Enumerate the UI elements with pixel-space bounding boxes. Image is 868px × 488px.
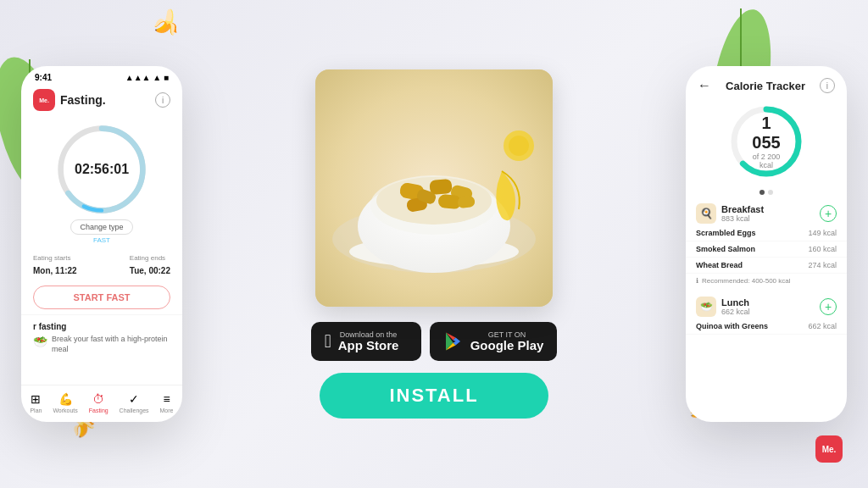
status-bar-left: 9:41 ▲▲▲ ▲ ■ bbox=[21, 66, 182, 86]
nav-fasting[interactable]: ⏱ Fasting bbox=[89, 392, 108, 413]
food-emoji: 🥗 bbox=[33, 335, 47, 348]
fast-label: FAST bbox=[93, 236, 110, 244]
nav-fasting-label: Fasting bbox=[89, 408, 108, 413]
app-store-main-label: App Store bbox=[338, 339, 399, 352]
scrambled-eggs-kcal: 149 kcal bbox=[808, 229, 837, 237]
breakfast-header: 🍳 Breakfast 883 kcal + bbox=[686, 198, 847, 225]
meal-item-smoked-salmon: Smoked Salmon 160 kcal bbox=[686, 241, 847, 258]
lunch-info: Lunch 662 kcal bbox=[721, 297, 750, 316]
calorie-ring-section: 1 055 of 2 200 kcal bbox=[686, 98, 847, 186]
meal-item-scrambled-eggs: Scrambled Eggs 149 kcal bbox=[686, 225, 847, 241]
dots-indicator bbox=[686, 190, 847, 195]
nav-workouts[interactable]: 💪 Workouts bbox=[53, 392, 77, 413]
eating-ends-value: Tue, 00:22 bbox=[130, 266, 170, 275]
more-icon: ≡ bbox=[163, 392, 170, 406]
nav-more[interactable]: ≡ More bbox=[160, 392, 174, 413]
meal-section: 🍳 Breakfast 883 kcal + Scrambled Eggs 14… bbox=[686, 198, 847, 422]
scrambled-eggs-name: Scrambled Eggs bbox=[696, 229, 756, 237]
nav-plan-label: Plan bbox=[30, 408, 42, 413]
lunch-kcal: 662 kcal bbox=[721, 308, 750, 316]
calorie-number: 1 055 bbox=[748, 114, 786, 152]
break-fast-section: r fasting 🥗 Break your fast with a high-… bbox=[21, 314, 182, 361]
timer-ring: 02:56:01 bbox=[55, 123, 148, 216]
eating-starts-value: Mon, 11:22 bbox=[33, 266, 77, 275]
eating-starts: Eating starts Mon, 11:22 bbox=[33, 254, 77, 277]
app-store-button[interactable]:  Download on the App Store bbox=[311, 322, 421, 361]
google-play-text: GET IT ON Google Play bbox=[470, 331, 544, 352]
wheat-bread-kcal: 274 kcal bbox=[808, 261, 837, 269]
eating-starts-label: Eating starts bbox=[33, 254, 77, 262]
breakfast-info: Breakfast 883 kcal bbox=[721, 204, 764, 223]
quinoa-name: Quinoa with Greens bbox=[696, 322, 768, 330]
calorie-header: ← Calorie Tracker i bbox=[686, 66, 847, 98]
info-circle-icon: ℹ bbox=[696, 277, 698, 285]
break-fast-title: r fasting bbox=[33, 322, 170, 331]
main-container: 🍌 🍌 🍌 9:41 ▲▲▲ ▲ ■ Me. Fasting. i bbox=[0, 0, 868, 488]
center-section:  Download on the App Store GET IT ON Go… bbox=[182, 69, 686, 419]
phone-header-left: Me. Fasting. i bbox=[21, 86, 182, 116]
bottom-nav-left: ⊞ Plan 💪 Workouts ⏱ Fasting ✓ Challenges… bbox=[21, 385, 182, 422]
google-play-main-label: Google Play bbox=[470, 339, 544, 352]
recommended-text: Recommended: 400-500 kcal bbox=[702, 277, 791, 285]
break-fast-desc: 🥗 Break your fast with a high-protein me… bbox=[33, 335, 170, 354]
left-phone: 9:41 ▲▲▲ ▲ ■ Me. Fasting. i 02:56:01 bbox=[21, 66, 182, 422]
eating-times: Eating starts Mon, 11:22 Eating ends Tue… bbox=[21, 247, 182, 280]
app-name: Fasting. bbox=[60, 93, 106, 107]
food-photo bbox=[315, 69, 553, 307]
svg-point-21 bbox=[509, 136, 529, 156]
meal-item-quinoa: Quinoa with Greens 662 kcal bbox=[686, 319, 847, 335]
workouts-icon: 💪 bbox=[58, 392, 73, 406]
me-badge: Me. bbox=[815, 435, 843, 463]
calorie-ring: 1 055 of 2 200 kcal bbox=[728, 103, 804, 180]
breakfast-header-row: 🍳 Breakfast 883 kcal bbox=[696, 203, 764, 224]
store-buttons:  Download on the App Store GET IT ON Go… bbox=[311, 322, 558, 361]
breakfast-kcal: 883 kcal bbox=[721, 214, 764, 223]
app-logo: Me. bbox=[33, 89, 55, 111]
status-icons: ▲▲▲ ▲ ■ bbox=[125, 73, 169, 82]
smoked-salmon-kcal: 160 kcal bbox=[808, 245, 837, 253]
smoked-salmon-name: Smoked Salmon bbox=[696, 245, 755, 253]
challenges-icon: ✓ bbox=[129, 392, 139, 406]
nav-more-label: More bbox=[160, 408, 174, 413]
calorie-sub-label: of 2 200 kcal bbox=[748, 152, 786, 169]
right-phone: ← Calorie Tracker i 1 055 of 2 200 kcal bbox=[686, 66, 847, 422]
lunch-header-row: 🥗 Lunch 662 kcal bbox=[696, 297, 750, 317]
plan-icon: ⊞ bbox=[31, 392, 41, 406]
back-button[interactable]: ← bbox=[698, 78, 711, 93]
breakfast-icon: 🍳 bbox=[696, 203, 716, 224]
lunch-name: Lunch bbox=[721, 297, 750, 308]
nav-challenges-label: Challenges bbox=[120, 408, 149, 413]
nav-workouts-label: Workouts bbox=[53, 408, 77, 413]
info-icon-left[interactable]: i bbox=[155, 92, 170, 108]
quinoa-kcal: 662 kcal bbox=[808, 322, 837, 330]
breakfast-name: Breakfast bbox=[721, 204, 764, 214]
google-play-button[interactable]: GET IT ON Google Play bbox=[430, 322, 558, 361]
apple-icon:  bbox=[325, 330, 331, 352]
change-type-button[interactable]: Change type bbox=[70, 219, 132, 235]
lunch-add-button[interactable]: + bbox=[820, 298, 837, 315]
breakfast-add-button[interactable]: + bbox=[820, 205, 837, 222]
info-icon-right[interactable]: i bbox=[820, 78, 835, 93]
google-play-icon bbox=[443, 331, 464, 352]
banana-deco-top-left: 🍌 bbox=[148, 4, 186, 41]
start-fast-button[interactable]: START FAST bbox=[33, 286, 170, 309]
eating-ends: Eating ends Tue, 00:22 bbox=[130, 254, 170, 277]
timer-display: 02:56:01 bbox=[75, 162, 129, 177]
timer-section: 02:56:01 Change type FAST bbox=[21, 116, 182, 247]
break-fast-text: Break your fast with a high-protein meal bbox=[52, 335, 170, 354]
status-time: 9:41 bbox=[35, 73, 52, 82]
app-store-text: Download on the App Store bbox=[338, 331, 399, 352]
recommended-note: ℹ Recommended: 400-500 kcal bbox=[686, 274, 847, 288]
svg-rect-14 bbox=[429, 179, 452, 195]
lunch-icon: 🥗 bbox=[696, 297, 716, 317]
meal-item-wheat-bread: Wheat Bread 274 kcal bbox=[686, 258, 847, 274]
nav-challenges[interactable]: ✓ Challenges bbox=[120, 392, 149, 413]
nav-plan[interactable]: ⊞ Plan bbox=[30, 392, 42, 413]
dot-1 bbox=[760, 190, 765, 195]
fasting-icon: ⏱ bbox=[92, 392, 104, 406]
wheat-bread-name: Wheat Bread bbox=[696, 261, 743, 269]
calorie-tracker-title: Calorie Tracker bbox=[726, 80, 805, 92]
dot-2 bbox=[768, 190, 773, 195]
install-button[interactable]: INSTALL bbox=[320, 373, 548, 419]
eating-ends-label: Eating ends bbox=[130, 254, 170, 262]
